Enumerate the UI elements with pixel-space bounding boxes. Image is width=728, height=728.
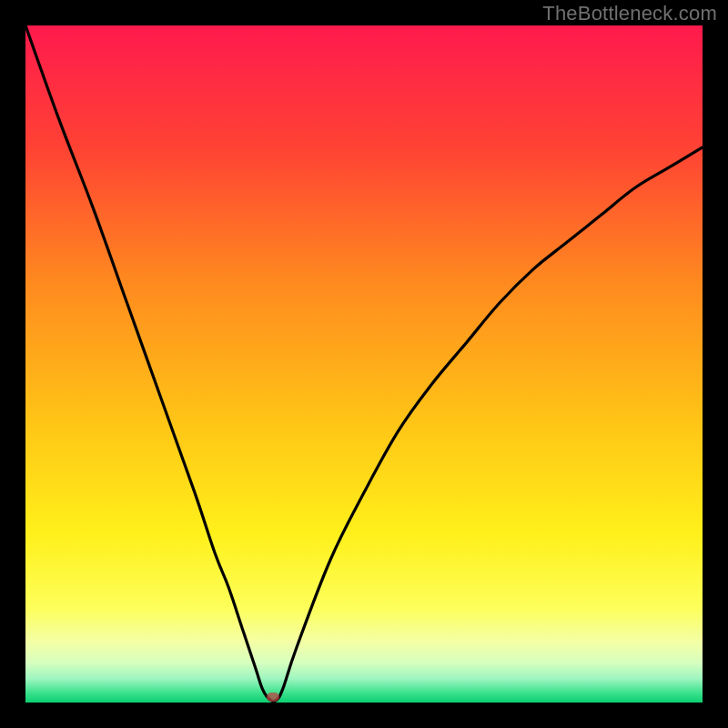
bottleneck-marker: [267, 693, 279, 702]
chart-frame: TheBottleneck.com: [0, 0, 728, 728]
curve-path: [25, 25, 703, 702]
bottleneck-curve: [25, 25, 703, 703]
watermark-text: TheBottleneck.com: [542, 2, 717, 25]
plot-area: [25, 25, 703, 703]
